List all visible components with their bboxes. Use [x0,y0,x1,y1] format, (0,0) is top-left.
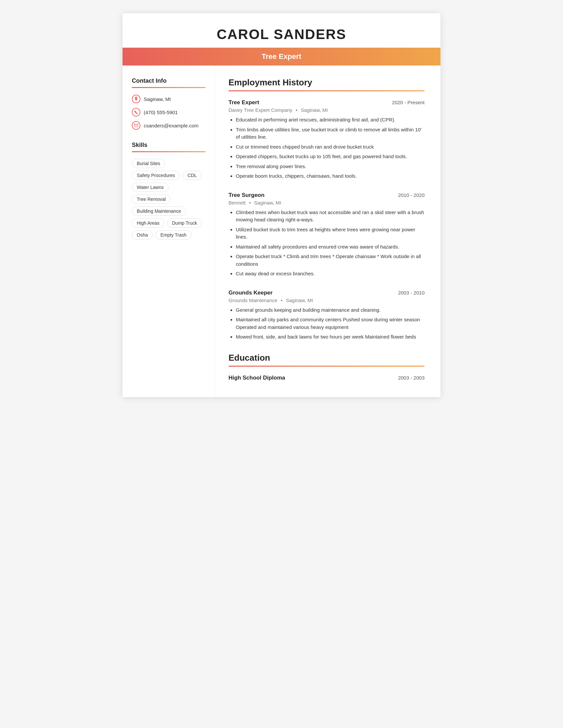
job-bullets: Climbed trees when bucket truck was not … [228,209,425,278]
edu-items-container: High School Diploma2003 - 2003 [228,375,425,381]
employment-divider [228,90,425,91]
skills-tags: Burial SitesSafety ProceduresCDLWater La… [132,159,206,240]
job-bullet: Maintained all city parks and community … [236,316,425,331]
job-item: Tree Surgeon2010 - 2020Bennett • Saginaw… [228,192,425,278]
job-title: Tree Surgeon [228,192,264,199]
job-bullet: General grounds keeping and building mai… [236,306,425,314]
job-bullets: Educated in performing ariel rescues, ad… [228,116,425,180]
job-bullet: Trim limbs above utilities line, use buc… [236,126,425,141]
job-bullet: Operate boom trucks, chippers, chainsaws… [236,172,425,180]
skills-divider [132,151,206,152]
job-bullet: Tree removal along power lines. [236,163,425,170]
resume-document: CAROL SANDERS Tree Expert Contact Info S… [122,13,441,397]
location-icon [132,95,140,103]
job-bullet: Operated chippers, bucket trucks up to 1… [236,153,425,160]
job-bullet: Utilized bucket truck to trim trees at h… [236,226,425,241]
job-title: Grounds Keeper [228,290,272,296]
job-dates: 2003 - 2010 [398,290,425,296]
email-text: csanders@example.com [144,123,198,128]
phone-icon [132,108,140,116]
edu-item: High School Diploma2003 - 2003 [228,375,425,381]
job-bullet: Cut away dead or excess branches. [236,270,425,278]
job-bullet: Maintained all safety procedures and ens… [236,243,425,251]
job-dates: 2020 - Present [392,100,425,105]
skill-tag: Osha [132,230,153,240]
candidate-name: CAROL SANDERS [136,26,427,42]
contact-divider [132,87,206,88]
sidebar: Contact Info Saginaw, MI (470) 555-5901 [122,66,215,397]
skill-tag: Burial Sites [132,159,165,168]
job-dates: 2010 - 2020 [398,192,425,198]
job-header: Tree Surgeon2010 - 2020 [228,192,425,199]
edu-degree: High School Diploma [228,375,285,381]
email-icon [132,121,140,130]
job-bullet: Operate bucket truck * Climb and trim tr… [236,253,425,268]
job-item: Tree Expert2020 - PresentDavey Tree Expe… [228,99,425,180]
contact-phone: (470) 555-5901 [132,108,206,116]
job-bullet: Cut or trimmed trees chipped brush ran a… [236,143,425,151]
job-header: Grounds Keeper2003 - 2010 [228,290,425,296]
phone-text: (470) 555-5901 [144,110,178,115]
resume-header: CAROL SANDERS [122,13,441,42]
resume-body: Contact Info Saginaw, MI (470) 555-5901 [122,66,441,397]
contact-location: Saginaw, MI [132,95,206,103]
skills-section-title: Skills [132,142,206,149]
education-section: Education High School Diploma2003 - 2003 [228,353,425,381]
job-item: Grounds Keeper2003 - 2010Grounds Mainten… [228,290,425,341]
skill-tag: Water Lawns [132,183,168,192]
skills-section: Skills Burial SitesSafety ProceduresCDLW… [132,142,206,240]
edu-dates: 2003 - 2003 [398,375,425,381]
education-divider [228,366,425,367]
location-text: Saginaw, MI [144,96,171,102]
skill-tag: High Areas [132,218,164,228]
job-bullet: Educated in performing ariel rescues, ad… [236,116,425,124]
job-company: Bennett • Saginaw, MI [228,200,425,205]
skill-tag: Tree Removal [132,195,170,204]
contact-email: csanders@example.com [132,121,206,130]
contact-section-title: Contact Info [132,77,206,84]
job-title: Tree Expert [261,52,302,61]
job-bullets: General grounds keeping and building mai… [228,306,425,341]
job-bullet: Climbed trees when bucket truck was not … [236,209,425,224]
employment-section-title: Employment History [228,77,425,88]
job-company: Grounds Maintenance • Saginaw, MI [228,297,425,303]
main-content: Employment History Tree Expert2020 - Pre… [215,66,441,397]
skill-tag: Empty Trash [155,230,191,240]
skill-tag: Dump Truck [167,218,202,228]
jobs-container: Tree Expert2020 - PresentDavey Tree Expe… [228,99,425,341]
job-header: Tree Expert2020 - Present [228,99,425,106]
job-bullet: Mowed front, side, and back lawns for tw… [236,333,425,341]
skill-tag: Building Maintenance [132,206,186,216]
skill-tag: Safety Procedures [132,171,180,180]
job-title: Tree Expert [228,99,259,106]
job-company: Davey Tree Expert Company • Saginaw, MI [228,107,425,113]
education-section-title: Education [228,353,425,363]
title-bar: Tree Expert [122,48,441,66]
skill-tag: CDL [182,171,202,180]
